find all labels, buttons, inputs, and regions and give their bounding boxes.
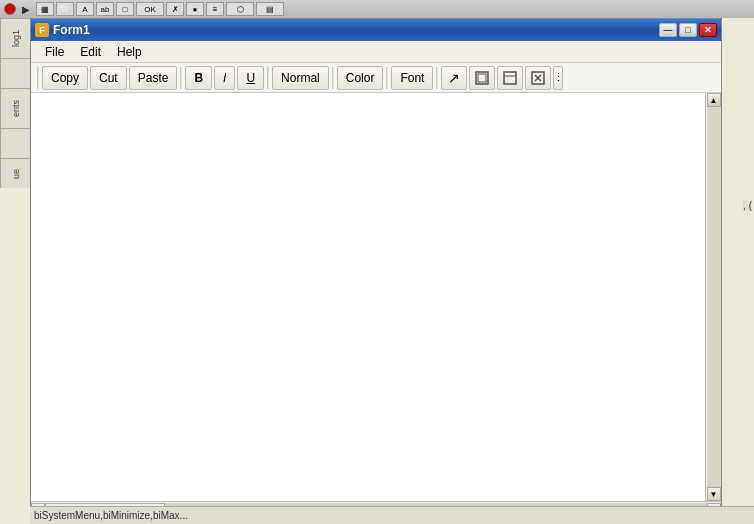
form-window: F Form1 — □ ✕ File Edit Help Copy Cut Pa…: [30, 18, 722, 518]
taskbar-tool[interactable]: ▤: [256, 2, 284, 16]
taskbar-tool[interactable]: ✗: [166, 2, 184, 16]
toolbar-sep-3: [267, 67, 269, 89]
toolbar-icon-4[interactable]: [525, 66, 551, 90]
taskbar-tools: ▦ ⬜ A ab □ OK ✗ ● ≡ ⬡ ▤: [36, 2, 284, 16]
cut-button[interactable]: Cut: [90, 66, 127, 90]
scroll-down-button[interactable]: ▼: [707, 487, 721, 501]
right-panel-hint: , (: [743, 200, 752, 211]
close-button[interactable]: ✕: [699, 23, 717, 37]
toolbar-sep-5: [386, 67, 388, 89]
svg-rect-2: [504, 72, 516, 84]
font-button[interactable]: Font: [391, 66, 433, 90]
toolbar-sep-4: [332, 67, 334, 89]
taskbar-spacer: ▶: [22, 4, 30, 15]
toolbar-sep-1: [37, 67, 39, 89]
vertical-scrollbar[interactable]: ▲ ▼: [705, 93, 721, 501]
toolbar-icon-1[interactable]: ↗: [441, 66, 467, 90]
toolbar: Copy Cut Paste B I U Normal Color Font ↗: [31, 63, 721, 93]
left-panel-value[interactable]: ue: [0, 158, 30, 188]
scroll-up-button[interactable]: ▲: [707, 93, 721, 107]
minimize-button[interactable]: —: [659, 23, 677, 37]
taskbar-tool[interactable]: ⬡: [226, 2, 254, 16]
taskbar-tool[interactable]: ⬜: [56, 2, 74, 16]
color-button[interactable]: Color: [337, 66, 384, 90]
taskbar-tool[interactable]: ▦: [36, 2, 54, 16]
taskbar-tool[interactable]: □: [116, 2, 134, 16]
toolbar-icon-3[interactable]: [497, 66, 523, 90]
left-panel-2[interactable]: [0, 58, 30, 88]
toolbar-icon-2[interactable]: [469, 66, 495, 90]
toolbar-sep-6: [436, 67, 438, 89]
toolbar-icon-5[interactable]: ⋮: [553, 66, 563, 90]
svg-rect-1: [478, 74, 486, 82]
window-title: Form1: [53, 23, 90, 37]
taskbar-tool[interactable]: A: [76, 2, 94, 16]
status-bar: biSystemMenu,biMinimize,biMax...: [30, 506, 754, 524]
taskbar-tool[interactable]: ≡: [206, 2, 224, 16]
maximize-button[interactable]: □: [679, 23, 697, 37]
title-bar: F Form1 — □ ✕: [31, 19, 721, 41]
taskbar-tool[interactable]: ab: [96, 2, 114, 16]
left-panel-events[interactable]: ents: [0, 88, 30, 128]
taskbar-tool[interactable]: OK: [136, 2, 164, 16]
bold-button[interactable]: B: [185, 66, 212, 90]
menu-file[interactable]: File: [37, 43, 72, 61]
scroll-track-v[interactable]: [707, 107, 721, 487]
top-taskbar: ▶ ▦ ⬜ A ab □ OK ✗ ● ≡ ⬡ ▤: [0, 0, 754, 18]
taskbar-tool[interactable]: ●: [186, 2, 204, 16]
left-panel-4[interactable]: [0, 128, 30, 158]
underline-button[interactable]: U: [237, 66, 264, 90]
menu-bar: File Edit Help: [31, 41, 721, 63]
form-icon: F: [35, 23, 49, 37]
left-panels: log1 ents ue: [0, 18, 30, 504]
menu-edit[interactable]: Edit: [72, 43, 109, 61]
status-text: biSystemMenu,biMinimize,biMax...: [34, 510, 188, 521]
title-buttons: — □ ✕: [659, 23, 717, 37]
italic-button[interactable]: I: [214, 66, 235, 90]
content-wrapper: ▲ ▼: [31, 93, 721, 501]
left-panel-log[interactable]: log1: [0, 18, 30, 58]
normal-button[interactable]: Normal: [272, 66, 329, 90]
menu-help[interactable]: Help: [109, 43, 150, 61]
taskbar-icon-1: [4, 3, 16, 15]
copy-button[interactable]: Copy: [42, 66, 88, 90]
toolbar-sep-2: [180, 67, 182, 89]
left-panel-spacer: [0, 188, 30, 504]
main-content[interactable]: [31, 93, 721, 501]
paste-button[interactable]: Paste: [129, 66, 178, 90]
title-bar-left: F Form1: [35, 23, 90, 37]
